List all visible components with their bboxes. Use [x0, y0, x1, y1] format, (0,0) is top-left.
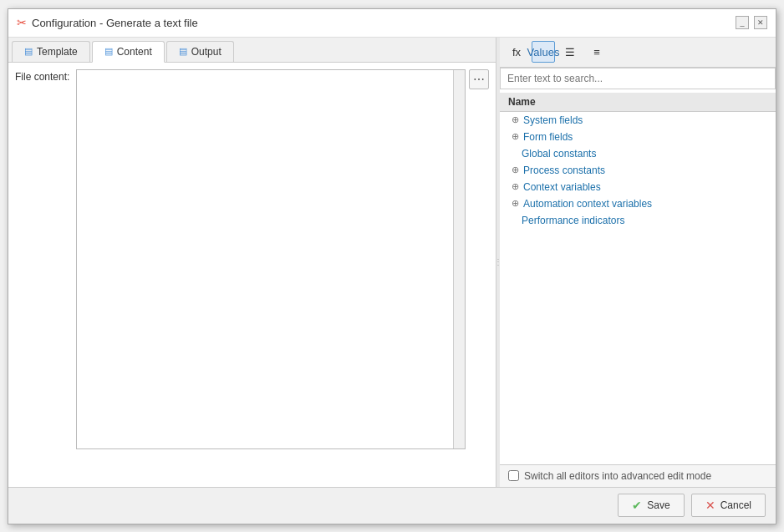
tree-item-global-constants[interactable]: Global constants	[500, 145, 776, 162]
tree-container: Name ⊕ System fields ⊕ Form fields Globa…	[500, 89, 776, 464]
file-content-textarea[interactable]	[77, 70, 453, 446]
close-button[interactable]: ✕	[754, 16, 767, 29]
title-bar-controls: _ ✕	[736, 16, 767, 29]
save-button[interactable]: ✔ Save	[618, 494, 684, 517]
tree-item-form-fields[interactable]: ⊕ Form fields	[500, 129, 776, 145]
expand-icon-process-constants: ⊕	[512, 165, 519, 175]
fx-icon: fx	[512, 46, 521, 58]
values-button[interactable]: Values	[532, 41, 555, 63]
tree-item-label-process-constants: Process constants	[523, 165, 605, 176]
tree-item-system-fields[interactable]: ⊕ System fields	[500, 112, 776, 129]
tree-item-label-context-variables: Context variables	[523, 181, 601, 193]
tree-item-label-automation-context: Automation context variables	[523, 198, 652, 210]
tab-bar: ▤ Template ▤ Content ▤ Output	[8, 38, 496, 63]
expand-icon-form-fields: ⊕	[512, 131, 519, 142]
save-label: Save	[647, 499, 669, 511]
tree-item-context-variables[interactable]: ⊕ Context variables	[500, 179, 776, 195]
values-label: Values	[527, 46, 560, 58]
tree-item-label-global-constants: Global constants	[522, 148, 596, 160]
file-content-label: File content:	[15, 69, 69, 480]
grid1-icon: ☰	[565, 46, 575, 58]
expand-icon-context-variables: ⊕	[512, 181, 519, 192]
tree-item-automation-context[interactable]: ⊕ Automation context variables	[500, 195, 776, 212]
tab-template-label: Template	[37, 46, 78, 58]
vertical-scrollbar[interactable]	[453, 70, 465, 448]
cancel-icon: ✕	[705, 499, 715, 512]
expand-icon-system-fields: ⊕	[512, 114, 519, 125]
advanced-edit-checkbox[interactable]	[508, 470, 519, 481]
right-toolbar: fx Values ☰ ≡	[500, 38, 776, 68]
save-icon: ✔	[632, 499, 642, 512]
minimize-button[interactable]: _	[736, 16, 749, 29]
left-body: File content: ⋯	[8, 63, 496, 487]
footer: ✔ Save ✕ Cancel	[8, 487, 776, 524]
grid1-button[interactable]: ☰	[558, 41, 582, 63]
tab-output[interactable]: ▤ Output	[166, 41, 234, 62]
title-bar-left: ✂ Configuration - Generate a text file	[17, 16, 198, 29]
main-window: ✂ Configuration - Generate a text file _…	[8, 8, 776, 524]
right-panel: fx Values ☰ ≡ Name ⊕ System fiel	[500, 38, 776, 487]
tab-content-icon: ▤	[104, 46, 113, 57]
tree-item-label-form-fields: Form fields	[523, 131, 573, 143]
window-title: Configuration - Generate a text file	[32, 17, 198, 29]
tab-output-label: Output	[191, 46, 221, 58]
tree-item-process-constants[interactable]: ⊕ Process constants	[500, 162, 776, 179]
tab-output-icon: ▤	[179, 46, 187, 57]
grid2-icon: ≡	[593, 46, 600, 58]
tree-item-label-performance-indicators: Performance indicators	[522, 215, 624, 226]
grid2-button[interactable]: ≡	[585, 41, 608, 63]
app-icon: ✂	[17, 16, 27, 29]
tab-template[interactable]: ▤ Template	[12, 41, 90, 62]
expand-icon-automation-context: ⊕	[512, 198, 519, 209]
ellipsis-button[interactable]: ⋯	[469, 69, 489, 89]
left-panel: ▤ Template ▤ Content ▤ Output File conte…	[8, 38, 496, 487]
fx-button[interactable]: fx	[505, 41, 528, 63]
advanced-edit-label: Switch all editors into advanced edit mo…	[524, 470, 711, 482]
title-bar: ✂ Configuration - Generate a text file _…	[8, 9, 776, 38]
tab-content-label: Content	[117, 46, 152, 58]
main-content: ▤ Template ▤ Content ▤ Output File conte…	[8, 38, 776, 487]
tab-template-icon: ▤	[24, 46, 33, 57]
search-input[interactable]	[500, 68, 776, 89]
cancel-label: Cancel	[720, 499, 751, 511]
cancel-button[interactable]: ✕ Cancel	[691, 494, 766, 517]
tree-item-performance-indicators[interactable]: Performance indicators	[500, 212, 776, 229]
tab-content[interactable]: ▤ Content	[92, 41, 165, 63]
tree-item-label-system-fields: System fields	[523, 114, 583, 126]
tree-header: Name	[500, 93, 776, 112]
advanced-edit-bar: Switch all editors into advanced edit mo…	[500, 464, 776, 487]
